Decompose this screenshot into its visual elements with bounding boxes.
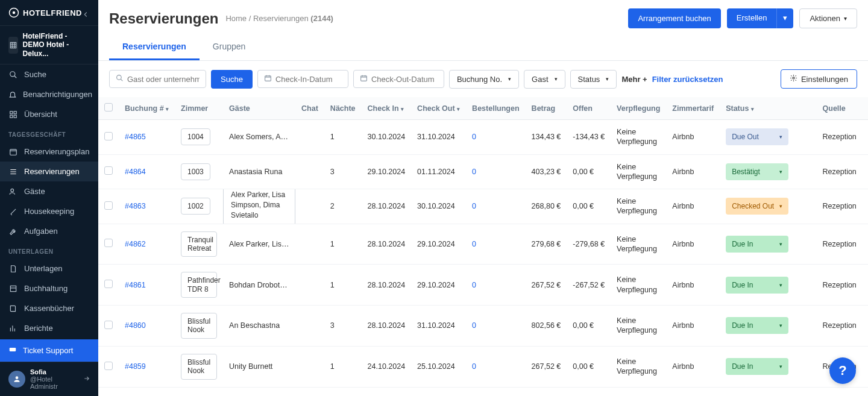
orders-link[interactable]: 0 (472, 281, 476, 289)
col-guests[interactable]: Gäste (223, 97, 295, 120)
room-pill[interactable]: Blissful Nook (181, 313, 217, 339)
nav-kassenbücher[interactable]: Kassenbücher (0, 298, 98, 318)
nav-housekeeping[interactable]: Housekeeping (0, 201, 98, 221)
status-badge[interactable]: Due In▾ (726, 317, 788, 334)
checkout-cell: 01.11.2024 (411, 154, 466, 189)
room-pill[interactable]: Blissful Nook (181, 354, 217, 380)
table-row[interactable]: #4863 1002 Alex Parker, Lisa Simpson, Di… (98, 189, 868, 224)
table-settings-button[interactable]: Einstellungen (781, 69, 857, 89)
booking-link[interactable]: #4863 (125, 202, 146, 210)
help-fab[interactable]: ? (829, 357, 856, 384)
nav-gäste[interactable]: Gäste (0, 181, 98, 201)
search-button[interactable]: Suche (211, 70, 253, 89)
tab-reservierungen[interactable]: Reservierungen (109, 34, 200, 60)
table-row[interactable]: #4864 1003 Anastasia Runa 3 29.10.2024 0… (98, 154, 868, 189)
checkout-date-field[interactable] (371, 75, 438, 84)
orders-link[interactable]: 0 (472, 362, 476, 371)
checkin-date-input[interactable] (257, 70, 348, 88)
table-row[interactable]: #4860 Blissful Nook An Beschastna 3 28.1… (98, 306, 868, 347)
room-pill[interactable]: 1002 (181, 198, 210, 215)
checkin-date-field[interactable] (275, 75, 342, 84)
col-selfcio[interactable]: Self Check-In/Out (863, 97, 868, 120)
status-badge[interactable]: Due In▾ (726, 236, 788, 253)
table-row[interactable]: #4865 1004 Alex Somers, Anastasi... 1 30… (98, 120, 868, 155)
row-checkbox[interactable] (104, 362, 113, 370)
reservations-table-wrap[interactable]: Buchung # ▾ Zimmer Gäste Chat Nächte Che… (98, 97, 868, 396)
booking-link[interactable]: #4861 (125, 281, 146, 289)
booking-link[interactable]: #4862 (125, 240, 146, 248)
filter-reset[interactable]: Filter zurücksetzen (652, 75, 723, 84)
guest-search-input[interactable] (109, 70, 206, 88)
col-orders[interactable]: Bestellungen (466, 97, 526, 120)
room-pill[interactable]: 1003 (181, 163, 210, 180)
col-nights[interactable]: Nächte (324, 97, 362, 120)
filter-more[interactable]: Mehr + (621, 75, 647, 84)
orders-link[interactable]: 0 (472, 202, 476, 210)
filter-status[interactable]: Status▾ (570, 70, 617, 89)
status-badge[interactable]: Checked Out▾ (726, 198, 788, 215)
col-source[interactable]: Quelle (817, 97, 863, 120)
brand-logo[interactable]: HOTELFRIEND (0, 0, 98, 25)
col-booking[interactable]: Buchung # ▾ (119, 97, 175, 120)
chevron-down-icon[interactable]: ▾ (776, 8, 793, 28)
row-checkbox[interactable] (104, 166, 113, 175)
orders-link[interactable]: 0 (472, 168, 476, 176)
col-checkout[interactable]: Check Out ▾ (411, 97, 466, 120)
status-badge[interactable]: Due In▾ (726, 277, 788, 294)
breadcrumb-home[interactable]: Home (225, 14, 247, 23)
nav-unterlagen[interactable]: Unterlagen (0, 259, 98, 278)
room-pill[interactable]: Tranquil Retreat (181, 231, 217, 257)
col-checkin[interactable]: Check In ▾ (362, 97, 412, 120)
checkout-date-input[interactable] (353, 70, 444, 88)
nav-reservierungen[interactable]: Reservierungen (0, 162, 98, 181)
col-meals[interactable]: Verpflegung (611, 97, 666, 120)
actions-button[interactable]: Aktionen ▾ (799, 8, 857, 28)
table-row[interactable]: #4862 Tranquil Retreat Alex Parker, Lisa… (98, 224, 868, 265)
logout-icon[interactable] (81, 374, 90, 385)
room-pill[interactable]: 1004 (181, 128, 210, 145)
nav-aufgaben[interactable]: Aufgaben (0, 221, 98, 241)
row-checkbox[interactable] (104, 132, 113, 140)
orders-link[interactable]: 0 (472, 321, 476, 330)
status-badge[interactable]: Due Out▾ (726, 128, 788, 145)
orders-link[interactable]: 0 (472, 240, 476, 248)
booking-link[interactable]: #4859 (125, 362, 146, 371)
tab-gruppen[interactable]: Gruppen (200, 34, 259, 60)
nav-suche[interactable]: Suche (0, 64, 98, 84)
row-checkbox[interactable] (104, 280, 113, 288)
nav-reservierungsplan[interactable]: Reservierungsplan (0, 142, 98, 162)
user-row[interactable]: Sofia @Hotel Administr (0, 362, 98, 396)
table-row[interactable]: #4861 Pathfinder TDR 8 Bohdan Drobot, Di… (98, 265, 868, 306)
nav-übersicht[interactable]: Übersicht (0, 104, 98, 124)
col-chat[interactable]: Chat (295, 97, 324, 120)
row-checkbox[interactable] (104, 321, 113, 329)
table-row[interactable]: #4858 — Akex Kena 2 24.10.2024 26.10.202… (98, 387, 868, 396)
nav-benachrichtigungen[interactable]: Benachrichtigungen (0, 84, 98, 104)
nav-buchhaltung[interactable]: Buchhaltung (0, 278, 98, 298)
select-all-checkbox[interactable] (104, 103, 113, 112)
filter-guest[interactable]: Gast▾ (524, 70, 565, 89)
booking-link[interactable]: #4865 (125, 133, 146, 141)
create-button[interactable]: Erstellen ▾ (727, 8, 794, 28)
col-room[interactable]: Zimmer (175, 97, 223, 120)
status-badge[interactable]: Bestätigt▾ (726, 163, 788, 180)
col-status[interactable]: Status ▾ (720, 97, 816, 120)
col-amount[interactable]: Betrag (526, 97, 567, 120)
booking-link[interactable]: #4860 (125, 321, 146, 330)
guest-search-field[interactable] (127, 75, 200, 84)
col-open[interactable]: Offen (567, 97, 611, 120)
filter-booking-no[interactable]: Buchung No.▾ (449, 70, 519, 89)
room-pill[interactable]: Pathfinder TDR 8 (181, 272, 217, 298)
col-roomrate[interactable]: Zimmertarif (666, 97, 720, 120)
hotel-selector[interactable]: HotelFriend - DEMO Hotel - Delux... (0, 25, 98, 64)
booking-link[interactable]: #4864 (125, 168, 146, 176)
status-badge[interactable]: Due In▾ (726, 358, 788, 375)
nav-berichte[interactable]: Berichte (0, 318, 98, 338)
orders-link[interactable]: 0 (472, 133, 476, 141)
collapse-sidebar-icon[interactable] (81, 8, 93, 20)
arrange-booking-button[interactable]: Arrangement buchen (628, 8, 720, 28)
row-checkbox[interactable] (104, 201, 113, 210)
row-checkbox[interactable] (104, 239, 113, 247)
table-row[interactable]: #4859 Blissful Nook Unity Burnett 1 24.1… (98, 346, 868, 387)
ticket-support[interactable]: Ticket Support (0, 339, 98, 362)
